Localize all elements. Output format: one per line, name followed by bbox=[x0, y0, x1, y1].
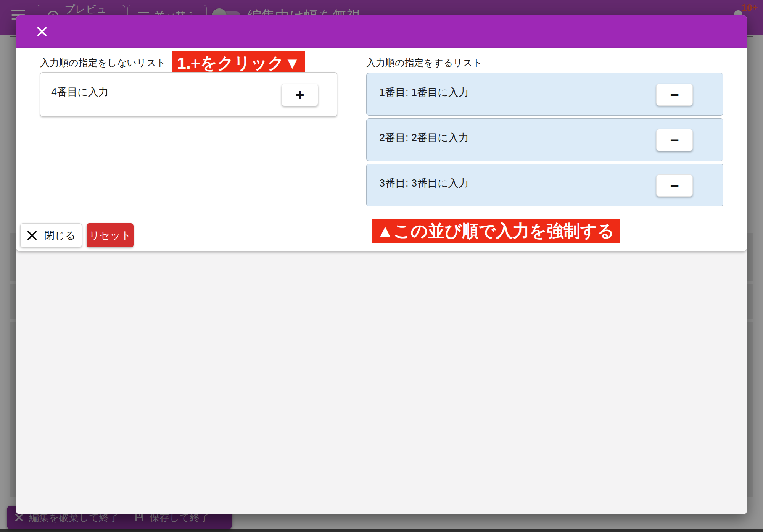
reset-button[interactable]: リセット bbox=[87, 223, 134, 247]
ordered-list: 1番目: 1番目に入力 − 2番目: 2番目に入力 − 3番目: 3番目に入力 … bbox=[366, 73, 723, 206]
screen: プレビュー 並べ替え 編集中は幅を無視 10+ bbox=[0, 0, 763, 532]
unordered-list-item: 4番目に入力 + bbox=[40, 72, 337, 117]
ordered-list-item: 1番目: 1番目に入力 − bbox=[366, 73, 723, 116]
ordered-list-item: 2番目: 2番目に入力 − bbox=[366, 118, 723, 161]
item-label: 2番目: 2番目に入力 bbox=[379, 131, 469, 145]
item-label: 3番目: 3番目に入力 bbox=[379, 176, 469, 190]
remove-button[interactable]: − bbox=[656, 84, 693, 106]
unordered-list-heading: 入力順の指定をしないリスト bbox=[40, 56, 166, 69]
dialog-header bbox=[16, 15, 747, 48]
item-label: 1番目: 1番目に入力 bbox=[379, 85, 469, 99]
dialog-close-button[interactable]: 閉じる bbox=[20, 223, 82, 247]
close-label: 閉じる bbox=[44, 229, 76, 242]
ordered-list-item: 3番目: 3番目に入力 − bbox=[366, 164, 723, 206]
input-order-dialog: 入力順の指定をしないリスト 1.+をクリック▼ 4番目に入力 + 入力順の指定を… bbox=[16, 15, 747, 514]
item-label: 4番目に入力 bbox=[51, 85, 109, 99]
ordered-list-heading: 入力順の指定をするリスト bbox=[366, 56, 482, 69]
annotation-step2: ▲この並び順で入力を強制する bbox=[372, 219, 620, 243]
add-button[interactable]: + bbox=[282, 84, 318, 106]
close-icon bbox=[27, 230, 37, 241]
remove-button[interactable]: − bbox=[656, 174, 693, 197]
close-icon[interactable] bbox=[36, 26, 48, 38]
annotation-step1: 1.+をクリック▼ bbox=[172, 51, 305, 75]
remove-button[interactable]: − bbox=[656, 129, 693, 151]
